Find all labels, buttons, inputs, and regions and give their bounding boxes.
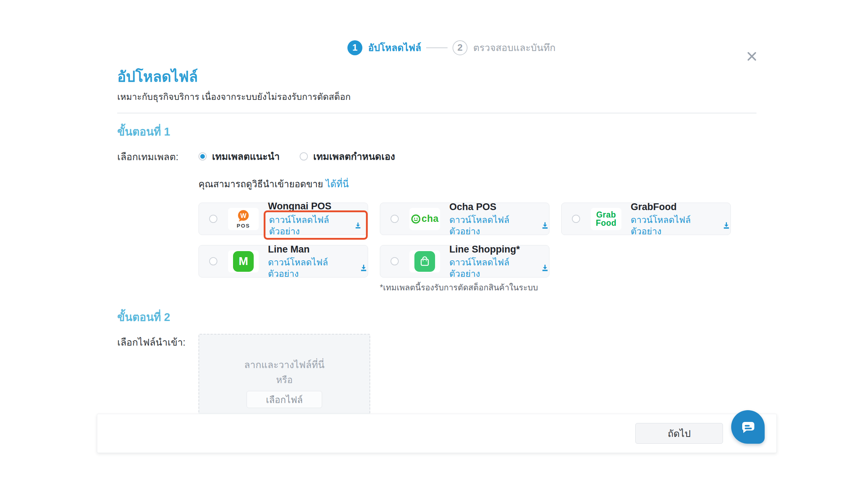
svg-text:W: W [241,212,247,219]
radio-template-custom[interactable]: เทมเพลตกำหนดเอง [300,149,395,164]
page-subtitle: เหมาะกับธุรกิจบริการ เนื่องจากระบบยังไม่… [117,91,756,103]
header-divider [117,113,756,113]
upload-dialog-content: อัปโหลดไฟล์ เหมาะกับธุรกิจบริการ เนื่องจ… [117,68,756,446]
step-1-number: 1 [352,42,357,53]
chat-bubble-icon [739,418,757,436]
template-card-ocha-pos[interactable]: cha Ocha POS ดาวน์โหลดไฟล์ตัวอย่าง [380,203,549,235]
template-name: Line Man [268,244,368,255]
radio-recommended-label: เทมเพลตแนะนำ [212,149,280,164]
radio-selected-icon[interactable] [198,152,207,161]
radio-custom-label: เทมเพลตกำหนดเอง [313,149,395,164]
download-icon [541,264,549,272]
dropzone-or-text: หรือ [276,374,293,386]
template-name: Line Shopping* [449,244,549,255]
template-card-grabfood[interactable]: Grab Food GrabFood ดาวน์โหลดไฟล์ตัวอย่าง [561,203,731,235]
line-shopping-logo [409,250,440,272]
download-icon [722,221,730,230]
wongnai-bubble-icon: W [237,209,250,222]
radio-unselected-icon[interactable] [300,152,308,161]
help-text: คุณสามารถดูวิธีนำเข้ายอดขาย [198,179,323,189]
dropzone-drag-text: ลากและวางไฟล์ที่นี่ [244,358,325,372]
ocha-radio[interactable] [391,215,399,223]
download-sample-link[interactable]: ดาวน์โหลดไฟล์ตัวอย่าง [268,256,368,279]
download-sample-label: ดาวน์โหลดไฟล์ตัวอย่าง [449,256,537,279]
template-name: Wongnai POS [268,200,368,212]
lineshopping-radio[interactable] [391,257,399,265]
close-icon [746,50,758,62]
live-chat-button[interactable] [731,410,765,444]
download-sample-link[interactable]: ดาวน์โหลดไฟล์ตัวอย่าง [269,214,362,237]
template-radio-group: เทมเพลตแนะนำ เทมเพลตกำหนดเอง [198,148,395,164]
footer-action-bar: ถัดไป [97,414,777,453]
step-1-circle: 1 [347,40,362,55]
ocha-pos-logo: cha [409,208,440,230]
template-card-line-man[interactable]: M Line Man ดาวน์โหลดไฟล์ตัวอย่าง [198,245,368,277]
step-1-label: อัปโหลดไฟล์ [368,40,421,55]
next-button[interactable]: ถัดไป [635,423,723,444]
wongnai-pos-wordmark: POS [237,223,250,229]
template-card-wongnai-pos[interactable]: W POS Wongnai POS ดาวน์โหลดไฟล์ตัวอย่าง [198,203,368,235]
download-sample-label: ดาวน์โหลดไฟล์ตัวอย่าง [268,256,355,279]
step-2-label: ตรวจสอบและบันทึก [473,40,556,55]
download-sample-link[interactable]: ดาวน์โหลดไฟล์ตัวอย่าง [631,214,730,237]
import-help-line: คุณสามารถดูวิธีนำเข้ายอดขาย ได้ที่นี่ [198,177,756,191]
template-cards-grid: W POS Wongnai POS ดาวน์โหลดไฟล์ตัวอย่าง [198,203,756,277]
help-here-link[interactable]: ได้ที่นี่ [326,179,349,189]
template-select-row: เลือกเทมเพลต: เทมเพลตแนะนำ เทมเพลตกำหนดเ… [117,148,756,164]
download-icon [360,264,368,272]
lineman-m-letter: M [239,255,248,268]
radio-template-recommended[interactable]: เทมเพลตแนะนำ [198,149,280,164]
ocha-wordmark: cha [422,213,439,224]
stepper-connector-line [426,47,448,48]
step-2-number: 2 [458,42,463,53]
grab-wordmark: Grab [596,211,616,219]
download-sample-link[interactable]: ดาวน์โหลดไฟล์ตัวอย่าง [449,214,549,237]
template-select-label: เลือกเทมเพลต: [117,148,198,164]
annotation-highlight-box: ดาวน์โหลดไฟล์ตัวอย่าง [264,210,368,240]
download-icon [541,221,549,230]
step-1-heading: ขั้นตอนที่ 1 [117,125,756,139]
stock-template-footnote: *เทมเพลตนี้รองรับการตัดสต็อกสินค้าในระบบ [380,281,756,294]
download-sample-label: ดาวน์โหลดไฟล์ตัวอย่าง [449,214,537,237]
shopping-bag-icon [414,251,435,272]
line-man-logo: M [228,250,259,272]
wizard-stepper: 1 อัปโหลดไฟล์ 2 ตรวจสอบและบันทึก [347,40,556,55]
download-sample-label: ดาวน์โหลดไฟล์ตัวอย่าง [269,214,350,237]
wongnai-radio[interactable] [209,215,217,223]
step-2-heading: ขั้นตอนที่ 2 [117,310,756,325]
close-button[interactable] [743,47,761,66]
lineman-m-icon: M [233,251,254,272]
download-icon [354,221,362,230]
download-sample-link[interactable]: ดาวน์โหลดไฟล์ตัวอย่าง [449,256,549,279]
food-wordmark: Food [596,219,616,227]
grabfood-radio[interactable] [572,215,580,223]
grabfood-logo: Grab Food [591,208,621,230]
download-sample-label: ดาวน์โหลดไฟล์ตัวอย่าง [631,214,718,237]
wongnai-pos-logo: W POS [228,208,259,230]
lineman-radio[interactable] [209,257,217,265]
template-name: Ocha POS [449,201,549,213]
page-title: อัปโหลดไฟล์ [117,68,756,86]
template-name: GrabFood [631,201,730,213]
step-2-circle: 2 [453,40,467,55]
ocha-smiley-o-icon [411,214,421,224]
choose-file-button[interactable]: เลือกไฟล์ [247,391,322,408]
template-card-line-shopping[interactable]: Line Shopping* ดาวน์โหลดไฟล์ตัวอย่าง [380,245,549,277]
